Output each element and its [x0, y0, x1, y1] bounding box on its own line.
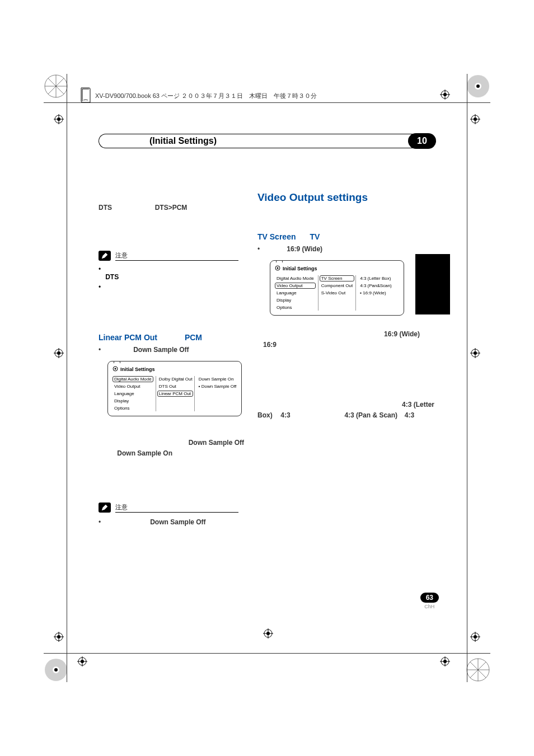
chapter-title: (Initial Settings) [99, 134, 416, 148]
registration-mark [263, 628, 273, 638]
registration-mark [470, 348, 480, 358]
registration-mark [54, 632, 64, 642]
svg-point-12 [54, 668, 58, 672]
note-dts: DTS [105, 273, 119, 281]
osd-item: TV Screen [320, 275, 354, 281]
dts-line: DTS DTS>PCM [99, 203, 266, 213]
crop-rule [67, 74, 67, 682]
p-box: Box) [257, 411, 273, 419]
p-43lb: 4:3 (Letter [402, 401, 434, 408]
crop-ornament [466, 74, 490, 98]
pencil-icon [99, 251, 111, 261]
osd-item: Component Out [320, 283, 354, 289]
chapter-header: (Initial Settings) 10 [99, 133, 436, 149]
osd-item: Linear PCM Out [157, 391, 193, 397]
note-block: 注意 [99, 503, 238, 513]
book-icon [79, 87, 92, 104]
osd-item: Video Output [113, 383, 153, 389]
h-tv: TV [310, 232, 320, 241]
dts-label: DTS [99, 204, 112, 212]
crop-ornament [466, 658, 490, 682]
registration-mark [440, 656, 450, 666]
tv-screen-heading: TV Screen TV [257, 232, 437, 242]
osd-item: Options [113, 405, 153, 411]
osd-item: ▪ Down Sample Off [197, 383, 238, 389]
note-bullet: Down Sample Off [99, 517, 238, 528]
crop-ornament [44, 74, 68, 98]
svg-point-8 [476, 84, 480, 88]
osd-item: Digital Audio Mode [275, 275, 316, 281]
para: 16:9 (Wide) [257, 329, 437, 340]
osd-item: 4:3 (Letter Box) [358, 275, 399, 281]
osd-item: S-Video Out [320, 290, 354, 296]
svg-point-59 [115, 368, 116, 370]
dso-ref2: Down Sample Off [150, 518, 205, 526]
video-output-heading: Video Output settings [257, 191, 437, 204]
bullet-169: 16:9 (Wide) [257, 244, 437, 255]
crop-rule [44, 653, 490, 654]
p-169w: 16:9 (Wide) [384, 330, 420, 338]
p-169: 16:9 [263, 341, 277, 349]
osd-title: Initial Settings [113, 366, 237, 373]
osd-item: Display [275, 297, 316, 303]
registration-mark [54, 348, 64, 358]
crop-rule [44, 102, 490, 103]
para: Down Sample Off [99, 438, 244, 448]
pencil-icon [99, 503, 111, 513]
registration-mark [470, 632, 480, 642]
h-169: 16:9 (Wide) [287, 245, 322, 253]
p-43b: 4:3 [405, 411, 414, 419]
osd-item: 4:3 (Pan&Scan) [358, 283, 399, 289]
registration-mark [440, 90, 450, 100]
header-text: XV-DV900/700.book 63 ページ ２００３年７月３１日 木曜日 … [95, 92, 317, 100]
note-block: 注意 [99, 251, 238, 261]
registration-mark [77, 656, 87, 666]
osd-item: ▪ 16:9 (Wide) [358, 290, 399, 296]
osd-item: Dolby Digital Out [157, 376, 193, 382]
osd-title: Initial Settings [275, 265, 399, 272]
svg-point-61 [277, 267, 279, 269]
tv-illustration [415, 254, 450, 314]
osd-item: Digital Audio Mode [113, 376, 153, 382]
osd-item: Options [275, 304, 316, 311]
para: Down Sample On [99, 448, 244, 459]
registration-mark [470, 114, 480, 124]
h-tvscreen: TV Screen [257, 232, 296, 241]
note-label: 注意 [115, 503, 238, 513]
page-badge: 63 [420, 593, 439, 603]
osd-item: DTS Out [157, 383, 193, 389]
h-pcm: PCM [185, 333, 202, 342]
note-label: 注意 [115, 251, 238, 261]
dso-ref: Down Sample Off [189, 439, 244, 447]
gear-icon [275, 265, 280, 272]
page-number: 63 ChH [420, 593, 439, 609]
osd-item: Language [275, 290, 316, 296]
note-bullet: DTS [99, 265, 238, 281]
gear-icon [113, 366, 118, 373]
chapter-number: 10 [408, 133, 436, 149]
p-43a: 4:3 [280, 411, 290, 419]
dts-pcm-label: DTS>PCM [155, 204, 188, 212]
para: Box) 4:3 4:3 (Pan & Scan) 4:3 [257, 410, 437, 421]
dson-ref: Down Sample On [117, 449, 172, 457]
osd-item: Display [113, 398, 153, 404]
osd-item: Language [113, 391, 153, 397]
dso-label: Down Sample Off [133, 346, 189, 354]
crop-rule [467, 74, 467, 682]
p-43ps: 4:3 (Pan & Scan) [344, 411, 397, 419]
registration-mark [54, 114, 64, 124]
para: 16:9 [257, 340, 437, 350]
dso-bullet: Down Sample Off [99, 345, 266, 355]
note-bullet [99, 283, 238, 291]
crop-ornament [44, 658, 68, 682]
osd-panel: Initial Settings Digital Audio Mode Vide… [107, 361, 242, 416]
para: 4:3 (Letter [257, 400, 437, 410]
osd-item: Down Sample On [197, 376, 238, 382]
h-linear: Linear PCM Out [99, 333, 157, 342]
page-chh: ChH [420, 604, 439, 609]
osd-item: Video Output [275, 283, 316, 289]
osd-panel: Initial Settings Digital Audio Mode Vide… [270, 260, 404, 316]
linear-pcm-heading: Linear PCM Out PCM [99, 332, 266, 342]
